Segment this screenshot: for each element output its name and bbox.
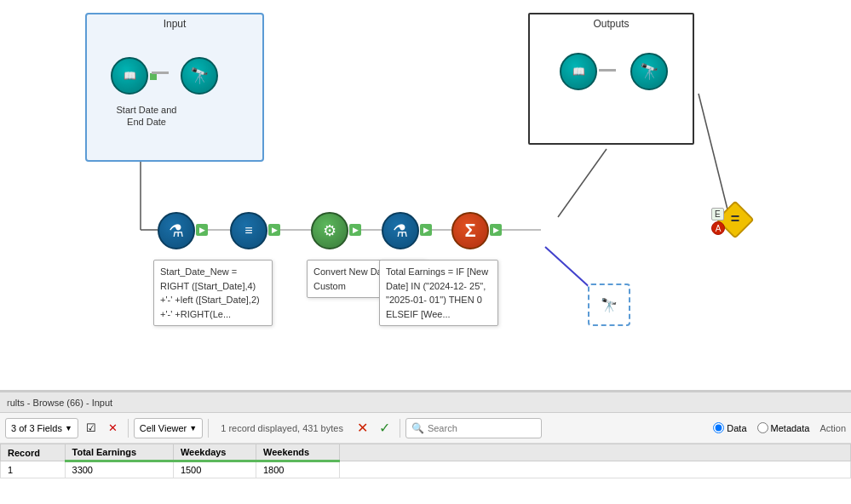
table-cell: 3300: [65, 461, 173, 478]
cancel-icon[interactable]: ✕: [354, 419, 372, 438]
table-row: 1330015001800: [1, 461, 851, 478]
outputs-line: [599, 69, 616, 72]
bottom-panel: r ults - Browse (66) - Input 3 of 3 Fiel…: [0, 392, 851, 504]
tooltip-earnings: Total Earnings = IF [New Date] IN ("2024…: [379, 260, 498, 326]
svg-line-9: [558, 149, 607, 217]
radio-action[interactable]: Action: [819, 423, 846, 433]
chevron-down-icon-2: ▼: [189, 424, 197, 432]
connector-4: ▶: [420, 224, 432, 236]
fields-dropdown[interactable]: 3 of 3 Fields ▼: [5, 418, 78, 438]
diamond-icon: =: [716, 200, 755, 242]
svg-line-8: [545, 247, 592, 289]
toolbar-row: 3 of 3 Fields ▼ ☑ ✕ Cell Viewer ▼ 1 reco…: [0, 413, 851, 444]
cell-viewer-label: Cell Viewer: [140, 423, 187, 433]
connector-3: ▶: [349, 224, 361, 236]
col-weekdays: Weekdays: [173, 444, 256, 461]
divider-1: [128, 419, 129, 438]
input-box: Input 📖 🔭 Start Date and End Date: [85, 13, 264, 162]
connector-2: ▶: [268, 224, 280, 236]
chevron-down-icon: ▼: [65, 424, 72, 432]
tooltip-formula-1: Start_Date_New = RIGHT ([Start_Date],4) …: [153, 260, 273, 326]
search-box[interactable]: 🔍: [405, 418, 542, 438]
search-icon: 🔍: [411, 422, 424, 434]
fields-label: 3 of 3 Fields: [11, 423, 62, 433]
e-label: E: [711, 208, 724, 220]
bottom-header-text: ults - Browse (66) - Input: [10, 398, 112, 408]
input-book-icon[interactable]: 📖: [111, 57, 148, 94]
table-cell: 1: [1, 461, 66, 478]
connector-5: ▶: [490, 224, 502, 236]
radio-group: Data Metadata Action: [713, 422, 846, 433]
outputs-binoculars-icon[interactable]: 🔭: [630, 53, 668, 90]
col-weekends: Weekends: [256, 444, 340, 461]
bottom-header: r ults - Browse (66) - Input: [0, 392, 851, 413]
table-cell: 1800: [256, 461, 340, 478]
col-total-earnings: Total Earnings: [65, 444, 173, 461]
browse-output-box[interactable]: 🔭: [588, 284, 630, 326]
col-extra: [340, 444, 851, 461]
col-record: Record: [1, 444, 66, 461]
outputs-box: Outputs 📖 🔭: [528, 13, 694, 145]
table-cell: 1500: [173, 461, 256, 478]
divider-3: [400, 419, 400, 438]
gear-node[interactable]: ⚙: [311, 212, 348, 249]
search-input[interactable]: [428, 423, 530, 433]
formula-node-3[interactable]: ⚗: [382, 212, 419, 249]
radio-metadata[interactable]: Metadata: [757, 422, 810, 433]
svg-line-11: [699, 94, 728, 213]
confirm-icon[interactable]: ✓: [376, 419, 394, 438]
outputs-box-title: Outputs: [530, 14, 693, 33]
svg-text:=: =: [731, 210, 740, 227]
close-filter-icon[interactable]: ✕: [104, 419, 123, 438]
cell-viewer-dropdown[interactable]: Cell Viewer ▼: [134, 418, 203, 438]
start-date-label: Start Date and End Date: [104, 104, 189, 129]
input-box-title: Input: [87, 14, 262, 33]
divider-2: [208, 419, 209, 438]
workflow-canvas: Input 📖 🔭 Start Date and End Date Output…: [0, 0, 851, 392]
radio-data[interactable]: Data: [713, 422, 746, 433]
data-table: Record Total Earnings Weekdays Weekends …: [0, 444, 851, 478]
formula-node-1[interactable]: ⚗: [158, 212, 195, 249]
line-connector: [152, 72, 169, 74]
sigma-node[interactable]: Σ: [451, 212, 489, 249]
status-text: 1 record displayed, 431 bytes: [214, 423, 350, 433]
outputs-book-icon[interactable]: 📖: [560, 53, 597, 90]
check-icon[interactable]: ☑: [82, 419, 101, 438]
input-binoculars-icon[interactable]: 🔭: [181, 57, 218, 94]
a-label: A: [711, 221, 725, 235]
data-table-container: Record Total Earnings Weekdays Weekends …: [0, 444, 851, 478]
formula-node-2[interactable]: ≡: [230, 212, 267, 249]
connector-dot: [150, 73, 157, 80]
connector-1: ▶: [196, 224, 208, 236]
